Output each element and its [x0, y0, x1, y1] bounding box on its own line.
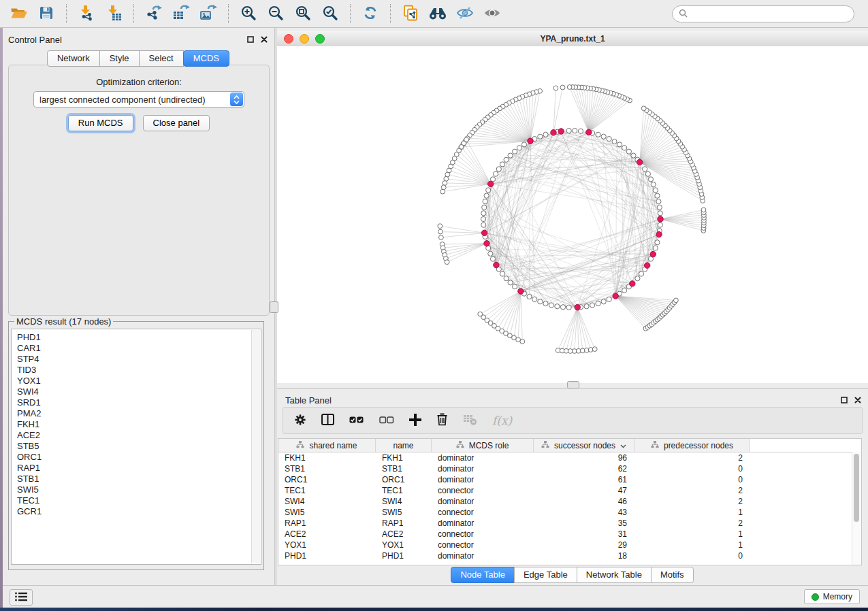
save-session-button[interactable] — [33, 2, 60, 25]
mcds-list-scrollbar[interactable] — [251, 330, 260, 563]
table-cell: ORC1 — [376, 474, 432, 485]
mcds-result-item[interactable]: TEC1 — [17, 495, 261, 506]
export-table-button[interactable] — [167, 2, 195, 25]
mcds-result-item[interactable]: PMA2 — [17, 408, 261, 419]
tab-motifs[interactable]: Motifs — [651, 567, 694, 583]
export-image-button[interactable] — [195, 2, 222, 25]
network-canvas[interactable] — [277, 46, 868, 383]
table-cell: PHD1 — [376, 550, 432, 561]
tab-network-table[interactable]: Network Table — [577, 567, 652, 583]
run-mcds-button[interactable]: Run MCDS — [68, 115, 133, 131]
task-history-button[interactable] — [10, 589, 33, 606]
zoom-in-button[interactable] — [235, 2, 262, 25]
column-header-mcds-role[interactable]: MCDS role — [432, 439, 534, 452]
horizontal-splitter-handle[interactable] — [567, 381, 579, 389]
mcds-result-item[interactable]: CAR1 — [17, 343, 261, 354]
zoom-fit-icon — [295, 5, 311, 23]
mcds-result-item[interactable]: YOX1 — [17, 376, 261, 386]
table-cell: SWI4 — [376, 496, 432, 507]
zoom-selected-button[interactable] — [317, 2, 344, 25]
column-header-successor-nodes[interactable]: successor nodes — [534, 439, 634, 452]
table-row[interactable]: TEC1TEC1connector472 — [278, 485, 861, 496]
mcds-result-item[interactable]: ACE2 — [17, 430, 261, 441]
mcds-result-item[interactable]: SRD1 — [17, 397, 261, 408]
table-row[interactable]: SWI5SWI5connector431 — [278, 507, 861, 518]
table-scrollbar-thumb[interactable] — [854, 454, 859, 522]
table-cell: STB1 — [278, 463, 376, 474]
table-row[interactable]: RAP1RAP1dominator352 — [278, 518, 861, 529]
mcds-result-item[interactable]: STB5 — [17, 441, 261, 452]
table-cell: PHD1 — [278, 550, 376, 561]
delete-rows-icon — [436, 413, 448, 428]
table-row[interactable]: FKH1FKH1dominator962 — [278, 452, 861, 463]
mcds-result-item[interactable]: STB1 — [17, 474, 261, 484]
table-row[interactable]: YOX1YOX1connector291 — [278, 540, 861, 550]
add-row-button[interactable] — [409, 414, 421, 428]
open-session-button[interactable] — [5, 2, 33, 25]
mcds-result-item[interactable]: ORC1 — [17, 452, 261, 463]
desktop-bottom-sliver — [0, 608, 868, 611]
memory-button[interactable]: Memory — [804, 589, 860, 604]
table-cell: 1 — [634, 529, 750, 540]
column-header-predecessor-nodes[interactable]: predecessor nodes — [634, 439, 750, 452]
table-cell: dominator — [432, 463, 534, 474]
mcds-result-item[interactable]: SWI5 — [17, 484, 261, 495]
close-panel-icon[interactable] — [261, 35, 268, 45]
table-cell: dominator — [432, 474, 534, 485]
mcds-result-item[interactable]: TID3 — [17, 365, 261, 376]
tab-select[interactable]: Select — [139, 50, 184, 67]
delete-rows-button[interactable] — [436, 413, 448, 428]
tab-node-table[interactable]: Node Table — [451, 567, 515, 583]
mcds-result-item[interactable]: STP4 — [17, 354, 261, 365]
mcds-result-list[interactable]: PHD1CAR1STP4TID3YOX1SWI4SRD1PMA2FKH1ACE2… — [11, 329, 261, 565]
table-cell: connector — [432, 529, 534, 540]
float-table-panel-icon[interactable] — [841, 395, 848, 406]
close-table-panel-icon[interactable] — [854, 395, 861, 406]
table-cell: TEC1 — [376, 485, 432, 496]
column-header-name[interactable]: name — [376, 439, 432, 452]
select-all-button[interactable] — [349, 416, 364, 426]
tab-network[interactable]: Network — [47, 50, 100, 67]
select-all-icon — [349, 416, 364, 426]
mcds-result-item[interactable]: PHD1 — [17, 332, 261, 343]
close-panel-button[interactable]: Close panel — [143, 115, 210, 131]
table-row[interactable]: ACE2ACE2connector311 — [278, 529, 861, 540]
table-panel-title: Table Panel — [285, 395, 841, 406]
zoom-fit-button[interactable] — [289, 2, 317, 25]
table-row[interactable]: ORC1ORC1dominator610 — [278, 474, 861, 485]
export-network-button[interactable] — [140, 2, 167, 25]
criterion-dropdown[interactable]: largest connected component (undirected) — [33, 91, 244, 108]
control-panel-tabs: NetworkStyleSelectMCDS — [3, 50, 274, 67]
zoom-out-button[interactable] — [262, 2, 289, 25]
table-cell: 29 — [534, 540, 634, 550]
float-panel-icon[interactable] — [247, 35, 254, 45]
mcds-result-item[interactable]: SWI4 — [17, 386, 261, 397]
column-header-shared-name[interactable]: shared name — [278, 439, 376, 452]
search-input[interactable] — [692, 9, 848, 20]
refresh-button[interactable] — [357, 2, 384, 25]
show-hide-graphics-button[interactable] — [479, 2, 506, 25]
table-row[interactable]: PHD1PHD1dominator180 — [278, 550, 861, 561]
search-box[interactable] — [672, 5, 854, 22]
table-row[interactable]: STB1STB1dominator620 — [278, 463, 861, 474]
control-panel: Control Panel NetworkStyleSelectMCDS Opt… — [3, 28, 275, 585]
clone-network-button[interactable] — [397, 2, 424, 25]
mcds-result-item[interactable]: RAP1 — [17, 463, 261, 474]
table-cell: 0 — [634, 463, 750, 474]
mcds-result-item[interactable]: FKH1 — [17, 419, 261, 430]
mcds-result-item[interactable]: GCR1 — [17, 506, 261, 517]
show-columns-button[interactable] — [321, 414, 334, 427]
table-row[interactable]: SWI4SWI4dominator462 — [278, 496, 861, 507]
import-table-button[interactable] — [100, 2, 127, 25]
deselect-all-button[interactable] — [379, 416, 394, 426]
tab-edge-table[interactable]: Edge Table — [514, 567, 577, 583]
table-cell: connector — [432, 540, 534, 550]
vertical-splitter-handle[interactable] — [270, 301, 278, 313]
tab-style[interactable]: Style — [99, 50, 140, 67]
tab-mcds[interactable]: MCDS — [183, 50, 229, 67]
table-settings-button[interactable] — [294, 414, 306, 428]
search-network-button[interactable] — [424, 2, 451, 25]
import-network-button[interactable] — [73, 2, 100, 25]
toggle-graphics-details-button[interactable] — [451, 2, 479, 25]
table-scrollbar[interactable] — [852, 452, 861, 565]
